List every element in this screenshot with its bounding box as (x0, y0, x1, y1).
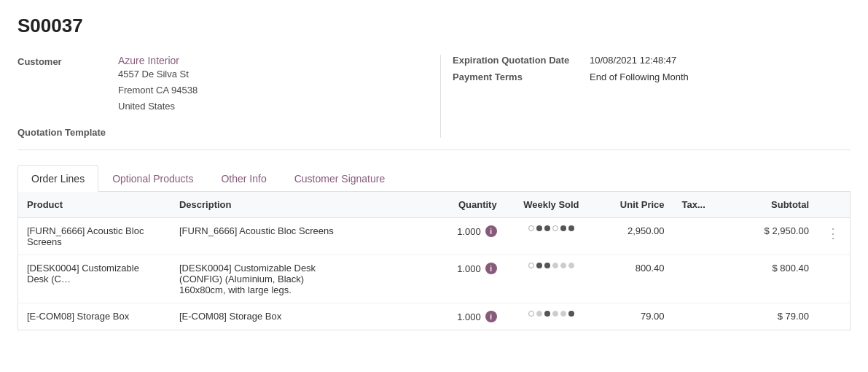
qty-value: 1.000 (457, 226, 481, 237)
info-icon[interactable]: i (485, 263, 497, 274)
info-icon[interactable]: i (485, 311, 497, 322)
payment-terms-field: Payment Terms End of Following Month (453, 71, 851, 82)
cell-unit-price: 2,950.00 (597, 218, 673, 255)
dot (536, 225, 542, 231)
form-left: Customer Quotation Template Azure Interi… (17, 55, 440, 138)
dot (536, 263, 542, 268)
tab-order-lines[interactable]: Order Lines (17, 165, 98, 192)
dot (560, 225, 566, 231)
tab-customer-signature[interactable]: Customer Signature (281, 165, 399, 192)
th-weekly-sold: Weekly Sold (506, 192, 597, 218)
dot (544, 225, 550, 231)
form-right: Expiration Quotation Date 10/08/2021 12:… (440, 55, 851, 138)
qty-value: 1.000 (457, 263, 481, 274)
cell-weekly-sold (506, 255, 597, 303)
cell-subtotal: $ 79.00 (734, 303, 818, 330)
payment-terms-label: Payment Terms (453, 71, 584, 82)
cell-weekly-sold (506, 303, 597, 330)
customer-label: Customer (17, 55, 112, 67)
address-line1: 4557 De Silva St (118, 66, 198, 82)
customer-info: Azure Interior 4557 De Silva St Fremont … (118, 55, 198, 138)
cell-product: [E-COM08] Storage Box (18, 303, 171, 330)
order-lines-table-wrapper: Product Description Quantity Weekly Sold… (17, 192, 851, 330)
dot (552, 225, 558, 231)
cell-subtotal: $ 2,950.00 (734, 218, 818, 255)
dot (560, 311, 566, 317)
cell-more (818, 303, 850, 330)
form-section: Customer Quotation Template Azure Interi… (17, 55, 851, 150)
dot (568, 311, 574, 317)
th-description: Description (171, 192, 414, 218)
th-more (818, 192, 850, 218)
tabs-bar: Order Lines Optional Products Other Info… (17, 165, 851, 192)
cell-tax (673, 255, 735, 303)
cell-more (818, 255, 850, 303)
dot (528, 225, 534, 231)
payment-terms-value: End of Following Month (590, 71, 689, 82)
th-quantity: Quantity (414, 192, 505, 218)
cell-quantity: 1.000 i (414, 303, 505, 330)
table-row: [FURN_6666] Acoustic Bloc Screens [FURN_… (18, 218, 850, 255)
cell-quantity: 1.000 i (414, 218, 505, 255)
customer-name-link[interactable]: Azure Interior (118, 55, 179, 66)
tab-optional-products[interactable]: Optional Products (98, 165, 207, 192)
qty-value: 1.000 (457, 311, 481, 322)
dot (568, 225, 574, 231)
cell-unit-price: 79.00 (597, 303, 673, 330)
cell-tax (673, 218, 735, 255)
dot (544, 263, 550, 268)
dot (568, 263, 574, 268)
cell-product: [DESK0004] Customizable Desk (C… (18, 255, 171, 303)
address-block: 4557 De Silva St Fremont CA 94538 United… (118, 66, 198, 115)
info-icon[interactable]: i (485, 225, 497, 237)
dot (552, 311, 558, 317)
cell-weekly-sold (506, 218, 597, 255)
expiration-value: 10/08/2021 12:48:47 (590, 55, 676, 66)
table-header-row: Product Description Quantity Weekly Sold… (18, 192, 850, 218)
th-tax: Tax... (673, 192, 735, 218)
cell-more: ⋮ (818, 218, 850, 255)
dot (560, 263, 566, 268)
dot (552, 263, 558, 268)
dot (544, 311, 550, 317)
cell-description: [E-COM08] Storage Box (171, 303, 414, 330)
cell-tax (673, 303, 735, 330)
dot (528, 311, 534, 317)
tab-other-info[interactable]: Other Info (207, 165, 280, 192)
expiration-field: Expiration Quotation Date 10/08/2021 12:… (453, 55, 851, 66)
th-unit-price: Unit Price (597, 192, 673, 218)
address-line2: Fremont CA 94538 (118, 82, 198, 98)
cell-subtotal: $ 800.40 (734, 255, 818, 303)
more-options-icon[interactable]: ⋮ (826, 226, 840, 241)
th-product: Product (18, 192, 171, 218)
cell-description: [DESK0004] Customizable Desk (CONFIG) (A… (171, 255, 414, 303)
cell-quantity: 1.000 i (414, 255, 505, 303)
order-lines-table: Product Description Quantity Weekly Sold… (18, 192, 850, 330)
table-row: [DESK0004] Customizable Desk (C… [DESK00… (18, 255, 850, 303)
page-title: S00037 (17, 15, 851, 37)
cell-description: [FURN_6666] Acoustic Bloc Screens (171, 218, 414, 255)
th-subtotal: Subtotal (734, 192, 818, 218)
expiration-label: Expiration Quotation Date (453, 55, 584, 66)
address-line3: United States (118, 98, 198, 115)
left-labels: Customer Quotation Template (17, 55, 118, 138)
page-container: S00037 Customer Quotation Template Azure… (0, 0, 868, 345)
cell-unit-price: 800.40 (597, 255, 673, 303)
cell-product: [FURN_6666] Acoustic Bloc Screens (18, 218, 171, 255)
dot (536, 311, 542, 317)
quotation-template-label: Quotation Template (17, 125, 112, 138)
table-row: [E-COM08] Storage Box [E-COM08] Storage … (18, 303, 850, 330)
dot (528, 263, 534, 268)
